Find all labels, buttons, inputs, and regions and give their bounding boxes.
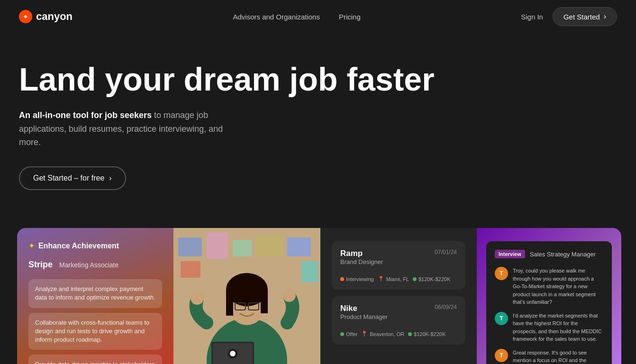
sign-in-button[interactable]: Sign In xyxy=(521,13,543,21)
card1-header: ✦ Enhance Achievement xyxy=(28,241,162,250)
job-card-nike: Nike Product Manager 06/09/24 Offer 📍 Be… xyxy=(332,296,465,345)
arrow-icon: › xyxy=(604,12,606,21)
enhance-achievement-card: ✦ Enhance Achievement Stripe Marketing A… xyxy=(17,228,173,364)
chat-message-2: T I'd analyze the market segments that h… xyxy=(495,312,603,343)
interview-header: Interview Sales Strategy Manager xyxy=(495,250,603,258)
nav-actions: Sign In Get Started › xyxy=(521,7,617,26)
cta-arrow-icon: › xyxy=(109,174,111,182)
ramp-salary-dot xyxy=(413,277,417,281)
nike-date: 06/09/24 xyxy=(435,304,457,310)
ramp-tag-status: Interviewing xyxy=(340,276,374,282)
ramp-role: Brand Designer xyxy=(340,258,383,265)
photo-card xyxy=(173,228,320,364)
photo-background xyxy=(173,228,320,364)
hero-section: Land your dream job faster An all-in-one… xyxy=(0,33,636,209)
ramp-tag-location: 📍 Miami, FL xyxy=(378,276,409,282)
logo-text: canyon xyxy=(36,10,73,23)
svg-rect-3 xyxy=(207,233,228,259)
ramp-tag-salary: $120K-$220K xyxy=(413,276,450,282)
job-card-ramp-header: Ramp Brand Designer 07/01/24 xyxy=(340,249,457,271)
nav-advisors[interactable]: Advisors and Organizations xyxy=(233,13,319,21)
job-card-ramp: Ramp Brand Designer 07/01/24 Interviewin… xyxy=(332,241,465,290)
chat-text-1: Troy, could you please walk me through h… xyxy=(513,267,603,306)
chat-message-1: T Troy, could you please walk me through… xyxy=(495,267,603,306)
photo-svg xyxy=(173,228,320,364)
chat-text-2: I'd analyze the market segments that hav… xyxy=(513,312,603,343)
ramp-tags: Interviewing 📍 Miami, FL $120K-$220K xyxy=(340,276,457,282)
ramp-date: 07/01/24 xyxy=(435,249,457,255)
chat-avatar-3: T xyxy=(495,349,508,362)
svg-rect-14 xyxy=(261,290,268,313)
hero-subtitle-bold: An all-in-one tool for job seekers xyxy=(19,110,152,120)
svg-rect-8 xyxy=(301,261,318,282)
svg-rect-7 xyxy=(181,261,200,278)
svg-rect-2 xyxy=(178,237,202,256)
ramp-company: Ramp xyxy=(340,249,383,258)
interview-inner: Interview Sales Strategy Manager T Troy,… xyxy=(486,241,612,364)
interview-role: Sales Strategy Manager xyxy=(530,251,596,258)
chat-text-3: Great response. It's good to see mention… xyxy=(513,349,603,364)
nike-tag-status: Offer xyxy=(340,331,357,337)
interview-label: Interview xyxy=(495,250,525,258)
logo-area: canyon xyxy=(19,10,73,23)
bullet-2: Collaborate with cross-functional teams … xyxy=(28,313,162,350)
svg-rect-5 xyxy=(256,235,282,256)
ramp-status-dot xyxy=(340,277,344,281)
nike-company: Nike xyxy=(340,304,388,313)
svg-rect-13 xyxy=(226,290,233,316)
hero-cta-button[interactable]: Get Started – for free › xyxy=(19,166,126,190)
nike-status-dot xyxy=(340,332,344,336)
hero-subtitle: An all-in-one tool for job seekers to ma… xyxy=(19,109,246,149)
chat-message-3: T Great response. It's good to see menti… xyxy=(495,349,603,364)
nike-tag-salary: $120K-$220K xyxy=(408,331,445,337)
interview-card: Interview Sales Strategy Manager T Troy,… xyxy=(477,228,621,364)
company-name: Stripe xyxy=(28,260,53,270)
card1-company-row: Stripe Marketing Associate xyxy=(28,260,162,270)
nav-links: Advisors and Organizations Pricing xyxy=(233,13,360,21)
job-card-nike-header: Nike Product Manager 06/09/24 xyxy=(340,304,457,326)
nike-tags: Offer 📍 Beaverton, OR $120K-$220K xyxy=(340,331,457,337)
feature-cards: ✦ Enhance Achievement Stripe Marketing A… xyxy=(0,228,636,364)
hero-title: Land your dream job faster xyxy=(19,62,617,97)
svg-point-21 xyxy=(230,351,236,356)
get-started-nav-button[interactable]: Get Started › xyxy=(553,7,617,26)
bullet-3: Provide data-driven insights to stakehol… xyxy=(28,355,162,364)
nav-pricing[interactable]: Pricing xyxy=(339,13,361,21)
nike-role: Product Manager xyxy=(340,313,388,320)
job-tracking-card: Ramp Brand Designer 07/01/24 Interviewin… xyxy=(320,228,477,364)
chat-avatar-2: T xyxy=(495,312,508,325)
nike-salary-dot xyxy=(408,332,412,336)
svg-rect-6 xyxy=(287,237,311,256)
enhance-icon: ✦ xyxy=(28,241,35,250)
nike-tag-location: 📍 Beaverton, OR xyxy=(361,331,404,337)
navbar: canyon Advisors and Organizations Pricin… xyxy=(0,0,636,33)
chat-avatar-1: T xyxy=(495,267,508,280)
bullet-1: Analyze and interpret complex payment da… xyxy=(28,279,162,308)
enhance-title: Enhance Achievement xyxy=(38,242,119,250)
svg-rect-4 xyxy=(233,240,252,256)
svg-point-23 xyxy=(282,289,296,302)
svg-point-22 xyxy=(191,291,204,305)
logo-icon xyxy=(19,10,32,23)
company-role: Marketing Associate xyxy=(59,261,118,269)
